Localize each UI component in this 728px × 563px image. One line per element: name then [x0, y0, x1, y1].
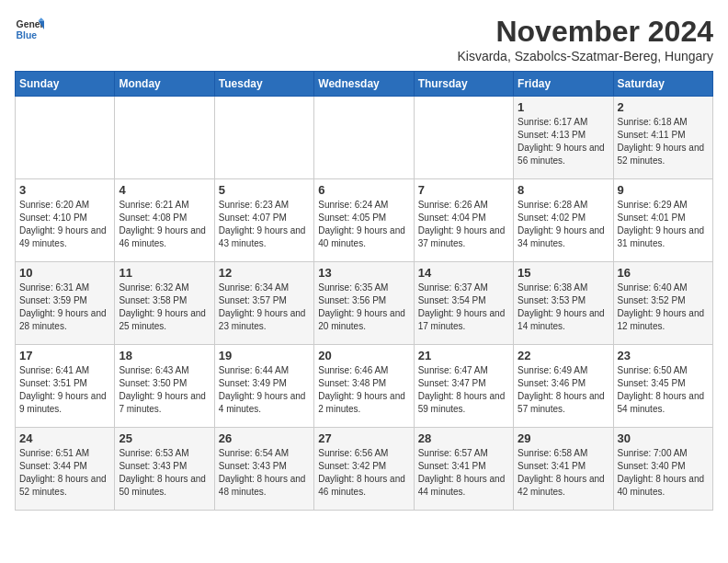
- day-number: 29: [518, 431, 609, 445]
- day-of-week-header: Tuesday: [214, 72, 313, 97]
- day-info: Sunrise: 6:20 AM Sunset: 4:10 PM Dayligh…: [19, 199, 110, 250]
- day-info: Sunrise: 6:34 AM Sunset: 3:57 PM Dayligh…: [219, 282, 310, 333]
- day-number: 23: [618, 349, 709, 362]
- day-info: Sunrise: 6:54 AM Sunset: 3:43 PM Dayligh…: [219, 447, 310, 499]
- day-info: Sunrise: 6:35 AM Sunset: 3:56 PM Dayligh…: [318, 282, 409, 333]
- location: Kisvarda, Szabolcs-Szatmar-Bereg, Hungar…: [457, 49, 713, 63]
- svg-text:Blue: Blue: [17, 30, 38, 40]
- day-of-week-header: Saturday: [613, 72, 712, 97]
- calendar-cell: 24Sunrise: 6:51 AM Sunset: 3:44 PM Dayli…: [16, 428, 115, 511]
- calendar-cell: 20Sunrise: 6:46 AM Sunset: 3:48 PM Dayli…: [314, 345, 414, 428]
- day-info: Sunrise: 6:43 AM Sunset: 3:50 PM Dayligh…: [119, 364, 210, 416]
- calendar-cell: [414, 97, 513, 179]
- day-of-week-header: Friday: [514, 72, 613, 97]
- day-info: Sunrise: 6:53 AM Sunset: 3:43 PM Dayligh…: [119, 447, 210, 499]
- calendar-cell: 22Sunrise: 6:49 AM Sunset: 3:46 PM Dayli…: [514, 345, 613, 428]
- page-header: General Blue November 2024 Kisvarda, Sza…: [15, 15, 713, 63]
- day-number: 7: [418, 183, 509, 197]
- title-block: November 2024 Kisvarda, Szabolcs-Szatmar…: [457, 15, 713, 63]
- day-info: Sunrise: 6:29 AM Sunset: 4:01 PM Dayligh…: [618, 199, 709, 250]
- calendar-cell: 27Sunrise: 6:56 AM Sunset: 3:42 PM Dayli…: [314, 428, 414, 511]
- day-info: Sunrise: 6:37 AM Sunset: 3:54 PM Dayligh…: [418, 282, 509, 333]
- day-number: 22: [518, 349, 609, 362]
- month-title: November 2024: [457, 15, 713, 49]
- day-info: Sunrise: 6:32 AM Sunset: 3:58 PM Dayligh…: [119, 282, 210, 333]
- calendar-cell: 13Sunrise: 6:35 AM Sunset: 3:56 PM Dayli…: [314, 262, 414, 345]
- day-info: Sunrise: 6:47 AM Sunset: 3:47 PM Dayligh…: [418, 364, 509, 416]
- day-info: Sunrise: 6:44 AM Sunset: 3:49 PM Dayligh…: [219, 364, 310, 416]
- day-number: 18: [119, 349, 210, 362]
- day-info: Sunrise: 6:38 AM Sunset: 3:53 PM Dayligh…: [518, 282, 609, 333]
- day-info: Sunrise: 6:57 AM Sunset: 3:41 PM Dayligh…: [418, 447, 509, 499]
- calendar-cell: 16Sunrise: 6:40 AM Sunset: 3:52 PM Dayli…: [613, 262, 712, 345]
- day-info: Sunrise: 6:58 AM Sunset: 3:41 PM Dayligh…: [518, 447, 609, 499]
- day-info: Sunrise: 6:24 AM Sunset: 4:05 PM Dayligh…: [318, 199, 409, 250]
- calendar-cell: 23Sunrise: 6:50 AM Sunset: 3:45 PM Dayli…: [613, 345, 712, 428]
- calendar-cell: 6Sunrise: 6:24 AM Sunset: 4:05 PM Daylig…: [314, 179, 414, 262]
- day-number: 4: [119, 183, 210, 197]
- day-of-week-header: Sunday: [16, 72, 115, 97]
- calendar-cell: 30Sunrise: 7:00 AM Sunset: 3:40 PM Dayli…: [613, 428, 712, 511]
- calendar-cell: 11Sunrise: 6:32 AM Sunset: 3:58 PM Dayli…: [115, 262, 214, 345]
- calendar-cell: 7Sunrise: 6:26 AM Sunset: 4:04 PM Daylig…: [414, 179, 513, 262]
- calendar-cell: [16, 97, 115, 179]
- calendar-cell: 9Sunrise: 6:29 AM Sunset: 4:01 PM Daylig…: [613, 179, 712, 262]
- calendar-table: SundayMondayTuesdayWednesdayThursdayFrid…: [15, 71, 713, 511]
- day-number: 28: [418, 431, 509, 445]
- day-number: 10: [19, 266, 110, 280]
- day-info: Sunrise: 6:51 AM Sunset: 3:44 PM Dayligh…: [19, 447, 110, 499]
- day-number: 12: [219, 266, 310, 280]
- day-number: 26: [219, 431, 310, 445]
- day-info: Sunrise: 6:40 AM Sunset: 3:52 PM Dayligh…: [618, 282, 709, 333]
- day-info: Sunrise: 7:00 AM Sunset: 3:40 PM Dayligh…: [618, 447, 709, 499]
- calendar-cell: 15Sunrise: 6:38 AM Sunset: 3:53 PM Dayli…: [514, 262, 613, 345]
- day-number: 1: [518, 100, 609, 114]
- day-info: Sunrise: 6:41 AM Sunset: 3:51 PM Dayligh…: [19, 364, 110, 416]
- calendar-cell: 29Sunrise: 6:58 AM Sunset: 3:41 PM Dayli…: [514, 428, 613, 511]
- day-info: Sunrise: 6:23 AM Sunset: 4:07 PM Dayligh…: [219, 199, 310, 250]
- day-info: Sunrise: 6:49 AM Sunset: 3:46 PM Dayligh…: [518, 364, 609, 416]
- calendar-cell: 2Sunrise: 6:18 AM Sunset: 4:11 PM Daylig…: [613, 97, 712, 179]
- day-info: Sunrise: 6:31 AM Sunset: 3:59 PM Dayligh…: [19, 282, 110, 333]
- day-number: 21: [418, 349, 509, 362]
- calendar-cell: 10Sunrise: 6:31 AM Sunset: 3:59 PM Dayli…: [16, 262, 115, 345]
- calendar-cell: 28Sunrise: 6:57 AM Sunset: 3:41 PM Dayli…: [414, 428, 513, 511]
- day-info: Sunrise: 6:21 AM Sunset: 4:08 PM Dayligh…: [119, 199, 210, 250]
- day-number: 6: [318, 183, 409, 197]
- calendar-header: SundayMondayTuesdayWednesdayThursdayFrid…: [16, 72, 713, 97]
- day-number: 14: [418, 266, 509, 280]
- day-number: 13: [318, 266, 409, 280]
- day-number: 27: [318, 431, 409, 445]
- day-number: 15: [518, 266, 609, 280]
- day-info: Sunrise: 6:18 AM Sunset: 4:11 PM Dayligh…: [618, 116, 709, 167]
- calendar-cell: 25Sunrise: 6:53 AM Sunset: 3:43 PM Dayli…: [115, 428, 214, 511]
- day-number: 11: [119, 266, 210, 280]
- day-number: 24: [19, 431, 110, 445]
- day-info: Sunrise: 6:50 AM Sunset: 3:45 PM Dayligh…: [618, 364, 709, 416]
- day-number: 9: [618, 183, 709, 197]
- calendar-cell: 3Sunrise: 6:20 AM Sunset: 4:10 PM Daylig…: [16, 179, 115, 262]
- day-info: Sunrise: 6:26 AM Sunset: 4:04 PM Dayligh…: [418, 199, 509, 250]
- day-of-week-header: Wednesday: [314, 72, 414, 97]
- calendar-cell: 12Sunrise: 6:34 AM Sunset: 3:57 PM Dayli…: [214, 262, 313, 345]
- day-number: 20: [318, 349, 409, 362]
- calendar-cell: 4Sunrise: 6:21 AM Sunset: 4:08 PM Daylig…: [115, 179, 214, 262]
- calendar-cell: [314, 97, 414, 179]
- day-info: Sunrise: 6:28 AM Sunset: 4:02 PM Dayligh…: [518, 199, 609, 250]
- day-number: 25: [119, 431, 210, 445]
- day-of-week-header: Monday: [115, 72, 214, 97]
- day-number: 16: [618, 266, 709, 280]
- calendar-cell: 17Sunrise: 6:41 AM Sunset: 3:51 PM Dayli…: [16, 345, 115, 428]
- day-number: 30: [618, 431, 709, 445]
- logo-icon: General Blue: [15, 15, 44, 44]
- day-number: 8: [518, 183, 609, 197]
- day-number: 3: [19, 183, 110, 197]
- calendar-cell: 18Sunrise: 6:43 AM Sunset: 3:50 PM Dayli…: [115, 345, 214, 428]
- calendar-cell: 5Sunrise: 6:23 AM Sunset: 4:07 PM Daylig…: [214, 179, 313, 262]
- calendar-cell: 19Sunrise: 6:44 AM Sunset: 3:49 PM Dayli…: [214, 345, 313, 428]
- calendar-cell: 14Sunrise: 6:37 AM Sunset: 3:54 PM Dayli…: [414, 262, 513, 345]
- day-info: Sunrise: 6:17 AM Sunset: 4:13 PM Dayligh…: [518, 116, 609, 167]
- calendar-cell: 1Sunrise: 6:17 AM Sunset: 4:13 PM Daylig…: [514, 97, 613, 179]
- calendar-cell: 8Sunrise: 6:28 AM Sunset: 4:02 PM Daylig…: [514, 179, 613, 262]
- calendar-cell: 26Sunrise: 6:54 AM Sunset: 3:43 PM Dayli…: [214, 428, 313, 511]
